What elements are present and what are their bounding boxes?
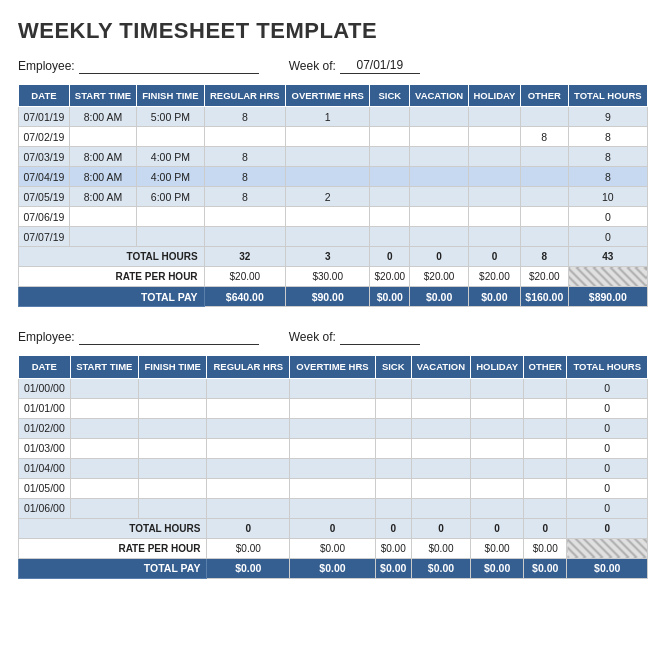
pay-total-2: $0.00 (567, 558, 648, 578)
cell-finish (138, 378, 207, 398)
cell-vacation (411, 438, 471, 458)
employee-input-1[interactable] (79, 58, 259, 74)
cell-holiday (471, 458, 524, 478)
rate-holiday-2: $0.00 (471, 538, 524, 558)
cell-holiday (471, 478, 524, 498)
cell-regular (204, 127, 285, 147)
col-regular-2: REGULAR HRS (207, 356, 290, 378)
cell-overtime (286, 207, 370, 227)
cell-finish (138, 498, 207, 518)
col-finish-2: FINISH TIME (138, 356, 207, 378)
cell-other (520, 207, 568, 227)
cell-overtime (286, 227, 370, 247)
table-row: 07/04/198:00 AM4:00 PM88 (19, 167, 648, 187)
cell-vacation (410, 187, 469, 207)
week-value-1: 07/01/19 (340, 58, 420, 74)
pay-overtime-2: $0.00 (290, 558, 376, 578)
rate-overtime-1: $30.00 (286, 267, 370, 287)
cell-finish (137, 127, 204, 147)
cell-holiday (471, 498, 524, 518)
cell-date: 01/03/00 (19, 438, 71, 458)
cell-start (70, 378, 138, 398)
table-row: 07/06/190 (19, 207, 648, 227)
cell-sick (375, 458, 411, 478)
pay-other-2: $0.00 (524, 558, 567, 578)
cell-finish (138, 398, 207, 418)
cell-overtime (290, 498, 376, 518)
table-row: 01/04/000 (19, 458, 648, 478)
section-2: Employee: Week of: DATE START TIME FINIS… (18, 329, 648, 578)
pay-holiday-2: $0.00 (471, 558, 524, 578)
rate-sick-2: $0.00 (375, 538, 411, 558)
pay-other-1: $160.00 (520, 287, 568, 307)
cell-other (520, 107, 568, 127)
cell-regular (207, 478, 290, 498)
cell-overtime: 2 (286, 187, 370, 207)
cell-finish: 6:00 PM (137, 187, 204, 207)
total-holiday-1: 0 (468, 247, 520, 267)
col-total-2: TOTAL HOURS (567, 356, 648, 378)
pay-regular-1: $640.00 (204, 287, 285, 307)
rate-total-hatch-2 (567, 538, 648, 558)
rate-total-hatch-1 (568, 267, 647, 287)
total-other-2: 0 (524, 518, 567, 538)
cell-other: 8 (520, 127, 568, 147)
cell-vacation (410, 227, 469, 247)
cell-regular (207, 418, 290, 438)
cell-other (524, 458, 567, 478)
cell-vacation (411, 478, 471, 498)
total-sick-2: 0 (375, 518, 411, 538)
cell-sick (375, 438, 411, 458)
cell-date: 07/06/19 (19, 207, 70, 227)
employee-input-2[interactable] (79, 329, 259, 345)
col-start-1: START TIME (69, 85, 136, 107)
cell-sick (370, 127, 410, 147)
cell-total: 0 (567, 478, 648, 498)
cell-holiday (471, 438, 524, 458)
table-row: 01/00/000 (19, 378, 648, 398)
cell-other (520, 187, 568, 207)
col-start-2: START TIME (70, 356, 138, 378)
cell-date: 01/01/00 (19, 398, 71, 418)
cell-start (70, 418, 138, 438)
cell-vacation (411, 458, 471, 478)
total-regular-2: 0 (207, 518, 290, 538)
cell-finish (138, 458, 207, 478)
rate-vacation-2: $0.00 (411, 538, 471, 558)
cell-vacation (410, 207, 469, 227)
cell-regular: 8 (204, 167, 285, 187)
cell-start (70, 458, 138, 478)
pay-regular-2: $0.00 (207, 558, 290, 578)
cell-date: 07/01/19 (19, 107, 70, 127)
table-row: 07/07/190 (19, 227, 648, 247)
total-vacation-1: 0 (410, 247, 469, 267)
total-pay-row-1: TOTAL PAY $640.00 $90.00 $0.00 $0.00 $0.… (19, 287, 648, 307)
col-other-1: OTHER (520, 85, 568, 107)
cell-sick (370, 187, 410, 207)
cell-date: 07/04/19 (19, 167, 70, 187)
col-total-1: TOTAL HOURS (568, 85, 647, 107)
timesheet-table-2: DATE START TIME FINISH TIME REGULAR HRS … (18, 355, 648, 578)
col-overtime-1: OVERTIME HRS (286, 85, 370, 107)
cell-holiday (471, 398, 524, 418)
table-row: 01/06/000 (19, 498, 648, 518)
col-date-2: DATE (19, 356, 71, 378)
page-title: WEEKLY TIMESHEET TEMPLATE (18, 18, 648, 44)
cell-overtime (290, 398, 376, 418)
cell-start (70, 478, 138, 498)
cell-regular: 8 (204, 187, 285, 207)
total-other-1: 8 (520, 247, 568, 267)
cell-total: 10 (568, 187, 647, 207)
cell-overtime (286, 127, 370, 147)
table-row: 07/05/198:00 AM6:00 PM8210 (19, 187, 648, 207)
cell-start: 8:00 AM (69, 167, 136, 187)
cell-holiday (471, 378, 524, 398)
cell-regular (207, 498, 290, 518)
total-total-2: 0 (567, 518, 648, 538)
cell-other (524, 418, 567, 438)
employee-row-2: Employee: Week of: (18, 329, 648, 345)
pay-vacation-2: $0.00 (411, 558, 471, 578)
cell-holiday (468, 207, 520, 227)
cell-other (524, 438, 567, 458)
total-overtime-2: 0 (290, 518, 376, 538)
